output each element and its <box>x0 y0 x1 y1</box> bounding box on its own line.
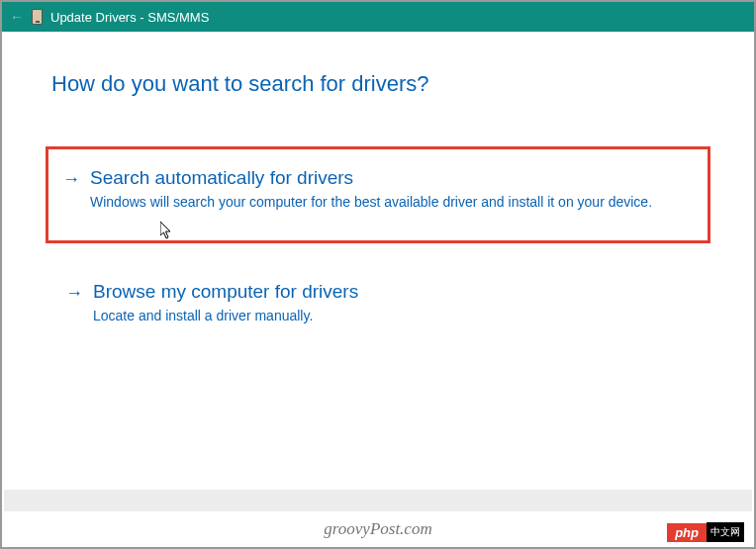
badge-right: 中文网 <box>707 522 744 542</box>
titlebar: ← Update Drivers - SMS/MMS <box>2 2 754 32</box>
back-arrow-icon[interactable]: ← <box>10 9 24 25</box>
dialog-heading: How do you want to search for drivers? <box>51 71 705 97</box>
device-icon <box>32 9 43 25</box>
option-title: Search automatically for drivers <box>90 167 694 189</box>
dialog-content: How do you want to search for drivers? →… <box>2 32 754 383</box>
badge-left: php <box>667 523 707 542</box>
option-description: Locate and install a driver manually. <box>93 307 691 326</box>
watermark: groovyPost.com <box>2 519 754 539</box>
option-search-automatically[interactable]: → Search automatically for drivers Windo… <box>46 146 710 243</box>
option-description: Windows will search your computer for th… <box>90 193 694 213</box>
footer-bar <box>4 490 752 511</box>
option-browse-computer[interactable]: → Browse my computer for drivers Locate … <box>51 269 705 338</box>
window-title: Update Drivers - SMS/MMS <box>50 10 209 25</box>
arrow-right-icon: → <box>65 283 83 304</box>
option-title: Browse my computer for drivers <box>93 281 691 303</box>
site-badge: php 中文网 <box>667 522 744 542</box>
arrow-right-icon: → <box>62 169 80 190</box>
